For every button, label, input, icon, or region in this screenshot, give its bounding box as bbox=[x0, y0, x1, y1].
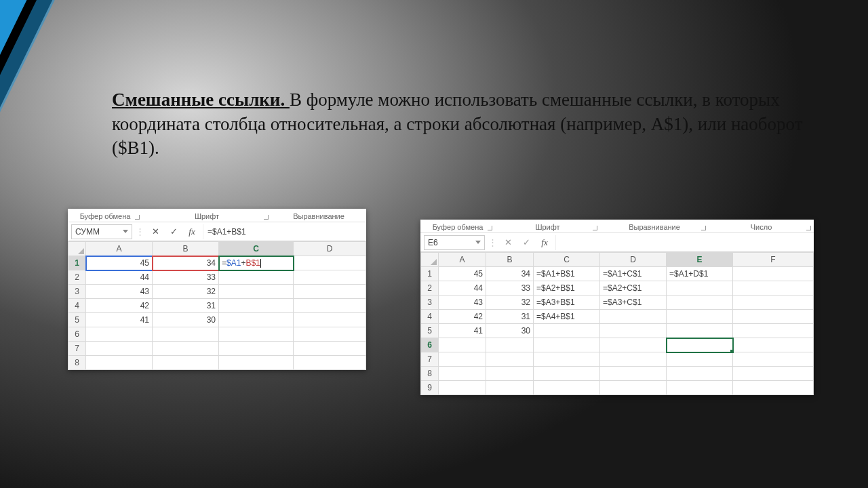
row-header[interactable]: 7 bbox=[68, 342, 86, 356]
formula-input[interactable] bbox=[555, 235, 810, 250]
cell[interactable] bbox=[219, 327, 294, 342]
cell[interactable]: =$A1+D$1 bbox=[667, 267, 733, 281]
cell[interactable] bbox=[667, 352, 733, 367]
row-header[interactable]: 2 bbox=[68, 270, 86, 285]
cell[interactable] bbox=[153, 356, 219, 370]
cell[interactable] bbox=[667, 324, 733, 338]
cell-editing[interactable]: =$A1+B$1 bbox=[219, 256, 294, 270]
cell[interactable]: =$A2+B$1 bbox=[534, 281, 600, 296]
cell[interactable] bbox=[219, 313, 294, 327]
cell[interactable]: 41 bbox=[439, 324, 486, 338]
cell[interactable] bbox=[600, 338, 667, 352]
cell[interactable] bbox=[534, 352, 600, 367]
cell[interactable] bbox=[667, 281, 733, 296]
cell[interactable]: 34 bbox=[153, 256, 219, 270]
cell[interactable]: 32 bbox=[153, 285, 219, 299]
cell[interactable]: =$A3+C$1 bbox=[600, 296, 667, 310]
cell[interactable] bbox=[534, 381, 600, 395]
cell[interactable]: 31 bbox=[153, 299, 219, 313]
col-header[interactable]: D bbox=[600, 253, 667, 267]
cell[interactable] bbox=[439, 381, 486, 395]
cell[interactable] bbox=[534, 338, 600, 352]
cell[interactable]: 41 bbox=[86, 313, 153, 327]
cell[interactable] bbox=[733, 281, 814, 296]
cell[interactable] bbox=[733, 367, 814, 381]
cell[interactable] bbox=[219, 299, 294, 313]
cell[interactable] bbox=[733, 324, 814, 338]
cell[interactable] bbox=[294, 342, 366, 356]
col-header[interactable]: C bbox=[219, 242, 294, 256]
col-header[interactable]: E bbox=[667, 253, 733, 267]
row-header[interactable]: 3 bbox=[421, 296, 439, 310]
cell[interactable]: =$A1+B$1 bbox=[534, 267, 600, 281]
row-header[interactable]: 4 bbox=[68, 299, 86, 313]
cell[interactable]: 33 bbox=[153, 270, 219, 285]
cell[interactable] bbox=[86, 327, 153, 342]
cell[interactable]: 43 bbox=[86, 285, 153, 299]
cell[interactable] bbox=[534, 324, 600, 338]
cell[interactable]: =$A2+C$1 bbox=[600, 281, 667, 296]
cell[interactable] bbox=[600, 367, 667, 381]
cell[interactable] bbox=[733, 267, 814, 281]
row-header[interactable]: 2 bbox=[421, 281, 439, 296]
col-header[interactable]: B bbox=[153, 242, 219, 256]
row-header[interactable]: 6 bbox=[421, 338, 439, 352]
cell[interactable] bbox=[600, 310, 667, 324]
col-header[interactable]: C bbox=[534, 253, 600, 267]
cell[interactable]: 33 bbox=[486, 281, 534, 296]
cell[interactable] bbox=[219, 270, 294, 285]
grid[interactable]: A B C D 1 45 34 =$A1+B$1 24433 34332 442… bbox=[68, 241, 366, 370]
select-all-corner[interactable] bbox=[421, 253, 439, 267]
cell[interactable] bbox=[439, 352, 486, 367]
cell[interactable]: =$A3+B$1 bbox=[534, 296, 600, 310]
cell[interactable]: 44 bbox=[86, 270, 153, 285]
cell[interactable] bbox=[294, 327, 366, 342]
cell[interactable] bbox=[294, 270, 366, 285]
select-all-corner[interactable] bbox=[68, 242, 86, 256]
col-header[interactable]: D bbox=[294, 242, 366, 256]
cell[interactable] bbox=[667, 367, 733, 381]
cell[interactable] bbox=[667, 381, 733, 395]
cancel-icon[interactable]: ✕ bbox=[148, 224, 163, 239]
col-header[interactable]: F bbox=[733, 253, 814, 267]
name-box[interactable]: E6 bbox=[424, 235, 485, 250]
cell[interactable] bbox=[486, 338, 534, 352]
cell[interactable] bbox=[294, 285, 366, 299]
col-header[interactable]: A bbox=[439, 253, 486, 267]
cell[interactable] bbox=[600, 381, 667, 395]
cell[interactable] bbox=[294, 313, 366, 327]
cell[interactable]: 34 bbox=[486, 267, 534, 281]
cell[interactable] bbox=[486, 381, 534, 395]
row-header[interactable]: 5 bbox=[421, 324, 439, 338]
cell[interactable] bbox=[486, 352, 534, 367]
row-header[interactable]: 9 bbox=[421, 381, 439, 395]
cell[interactable]: 30 bbox=[486, 324, 534, 338]
name-box[interactable]: СУММ bbox=[71, 224, 132, 239]
cell[interactable]: 42 bbox=[439, 310, 486, 324]
cell[interactable] bbox=[153, 327, 219, 342]
fx-icon[interactable]: fx bbox=[184, 224, 199, 239]
row-header[interactable]: 4 bbox=[421, 310, 439, 324]
cell[interactable] bbox=[86, 356, 153, 370]
cell[interactable] bbox=[153, 342, 219, 356]
cell[interactable] bbox=[294, 256, 366, 270]
cell[interactable] bbox=[439, 367, 486, 381]
cell[interactable]: 45 bbox=[439, 267, 486, 281]
cell[interactable]: 44 bbox=[439, 281, 486, 296]
row-header[interactable]: 3 bbox=[68, 285, 86, 299]
cell[interactable] bbox=[534, 367, 600, 381]
cell[interactable] bbox=[219, 285, 294, 299]
cell[interactable] bbox=[600, 324, 667, 338]
cell[interactable] bbox=[486, 367, 534, 381]
cell[interactable] bbox=[733, 352, 814, 367]
grid[interactable]: A B C D E F 14534=$A1+B$1=$A1+C$1=$A1+D$… bbox=[420, 252, 814, 395]
cell[interactable]: 31 bbox=[486, 310, 534, 324]
row-header[interactable]: 1 bbox=[421, 267, 439, 281]
formula-input[interactable]: =$A1+B$1 bbox=[203, 224, 363, 239]
cell[interactable]: 45 bbox=[86, 256, 153, 270]
cell[interactable]: 42 bbox=[86, 299, 153, 313]
cell[interactable]: 30 bbox=[153, 313, 219, 327]
cell[interactable]: =$A4+B$1 bbox=[534, 310, 600, 324]
cell[interactable] bbox=[294, 356, 366, 370]
col-header[interactable]: B bbox=[486, 253, 534, 267]
